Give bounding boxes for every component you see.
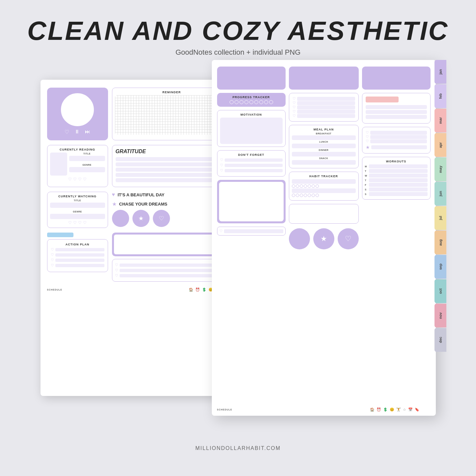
pn-line3 <box>366 115 427 119</box>
tab-aug[interactable]: aug <box>434 231 446 254</box>
book-cover <box>50 153 67 176</box>
tab-may[interactable]: may <box>434 157 446 181</box>
df-line2 <box>225 164 283 167</box>
big-blank-inner <box>219 182 284 221</box>
blue-bar <box>47 233 73 237</box>
affirmation-heart: ♥ <box>112 192 115 198</box>
hd5 <box>308 184 311 188</box>
hc-heart5: ♡ <box>293 114 296 118</box>
hc-row2: ♡ <box>293 101 355 105</box>
habit-tracker-label: HABIT TRACKER <box>292 175 356 178</box>
dollar-icon: 💲 <box>202 288 207 292</box>
ap-item4: ♡ <box>51 263 104 267</box>
heart-inner: ♡ <box>159 215 164 222</box>
circle-heart: ♡ <box>153 210 170 227</box>
wo-m: M <box>365 165 368 168</box>
action-plan-label: ACTION PLAN <box>51 243 104 246</box>
ap-line2 <box>55 253 104 257</box>
pdot2 <box>235 100 238 104</box>
ap-line1 <box>55 248 104 251</box>
df-item2: ♡ <box>220 163 283 167</box>
heart-icon: ♡ <box>65 129 69 135</box>
watch-title-line <box>50 203 105 208</box>
tab-jun[interactable]: jun <box>434 182 446 206</box>
meal-plan-label: MEAL PLAN <box>292 128 356 131</box>
tab-feb[interactable]: feb <box>434 84 446 108</box>
r-bookmark-icon: 🔖 <box>415 407 419 412</box>
dinner-label: DINNER <box>292 149 356 151</box>
hc-line5 <box>297 114 355 118</box>
music-controls: ♡ ⏸ ⏭ <box>65 129 90 135</box>
hc-line2 <box>297 101 355 105</box>
wo-row-t1: T <box>365 169 428 173</box>
wo-row-f: F <box>365 183 428 187</box>
right-schedule-icons: 🏠 ⏰ 💲 😊 🏋 ☆ 📅 🔖 <box>370 407 419 412</box>
wo-t1: T <box>365 170 368 172</box>
wo-row-s1: S <box>365 187 428 191</box>
tab-mar[interactable]: mar <box>434 109 446 132</box>
meal-plan-widget: MEAL PLAN BREAKFAST LUNCH DINNER SNACK <box>289 125 359 168</box>
progress-label: PROGRESS TRACKER <box>220 96 283 99</box>
tab-dec[interactable]: dec <box>434 328 446 352</box>
ap-line3 <box>55 259 104 262</box>
tab-apr[interactable]: apr <box>434 133 446 157</box>
star-icon: ★ <box>112 201 117 207</box>
reading-label: CURENTLY READING <box>50 148 105 151</box>
purple-top3 <box>362 67 431 90</box>
habit-dots1 <box>292 184 356 188</box>
tab-nov[interactable]: nov <box>434 304 446 327</box>
wo-line-s1 <box>369 187 428 191</box>
ap-heart4: ♡ <box>51 263 54 267</box>
hd6 <box>312 184 315 188</box>
gratitude-line4 <box>116 173 228 177</box>
hc2-heart2: ♡ <box>366 135 369 139</box>
cl-heart1: ♡ <box>115 263 118 267</box>
home-icon: 🏠 <box>189 288 193 292</box>
watching-hearts: ♡ ♡ ♡ ♡ <box>50 220 105 225</box>
reading-content: TITLE GENRE <box>50 153 105 176</box>
hc2-line2 <box>370 135 427 139</box>
genre-line <box>69 167 105 172</box>
genre-label: GENRE <box>69 164 105 166</box>
right-grid: PROGRESS TRACKER MOTIVA <box>217 67 431 410</box>
bottom-action-circles: ★ ♡ <box>289 228 359 249</box>
tab-jan[interactable]: jan <box>434 60 446 84</box>
wo-line-f <box>369 183 428 187</box>
footer: MILLIONDOLLARHABIT.COM <box>195 445 281 451</box>
action-plan-col: ACTION PLAN ♡ ♡ ♡ ♡ <box>47 233 108 282</box>
hc-heart3: ♡ <box>293 105 296 109</box>
hd13 <box>312 194 315 197</box>
hd9 <box>296 194 299 197</box>
tab-jul[interactable]: jul <box>434 206 446 230</box>
gratitude-line1 <box>116 157 228 161</box>
watching-label: CURENTLY WATCHING <box>50 195 105 198</box>
ap-heart1: ♡ <box>51 247 54 252</box>
wo-s2: S <box>365 193 368 195</box>
big-blank-widget <box>217 180 286 223</box>
tab-oct[interactable]: oct <box>434 279 446 303</box>
pdot6 <box>254 100 258 104</box>
progress-tracker: PROGRESS TRACKER <box>217 93 286 107</box>
tab-sep[interactable]: sep <box>434 255 446 279</box>
reading-hearts: ♡ ♡ ♡ ♡ <box>50 177 105 182</box>
reading-widget: CURENTLY READING TITLE GENRE ♡ ♡ ♡ ♡ <box>47 145 108 187</box>
music-widget: ♡ ⏸ ⏭ <box>47 88 108 140</box>
pink-note-widget <box>362 93 431 124</box>
left-row2: CURENTLY READING TITLE GENRE ♡ ♡ ♡ ♡ <box>47 145 232 187</box>
heart1: ♡ <box>68 177 72 182</box>
workouts-label: WORKOUTS <box>365 160 428 163</box>
watch-title-label: TITLE <box>50 199 105 202</box>
page-subtitle: GoodNotes collection + individual PNG <box>27 48 449 57</box>
circle-purple <box>112 210 129 227</box>
pdot7 <box>259 100 263 104</box>
chase-dreams-text: CHASE YOUR DREAMS <box>119 202 167 207</box>
hc-heart4: ♡ <box>293 109 296 114</box>
wo-line-s2 <box>369 192 428 196</box>
bottom-blank-box <box>289 204 359 224</box>
hc-row4: ♡ <box>293 109 355 114</box>
planners-container: ♡ ⏸ ⏭ REMINDER CURENTLY READING TITLE <box>41 60 436 439</box>
action-circle1 <box>289 228 310 249</box>
hc-heart1: ♡ <box>293 97 296 101</box>
habit-line1 <box>292 179 356 184</box>
forward-icon: ⏭ <box>85 129 90 135</box>
